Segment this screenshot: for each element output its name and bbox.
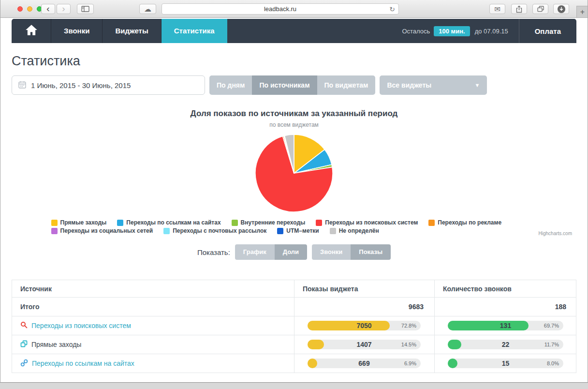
calls-percent: 69.7%: [544, 321, 559, 330]
payment-button[interactable]: Оплата: [519, 19, 576, 43]
search-icon: [20, 321, 28, 330]
highcharts-watermark: Highcharts.com: [539, 231, 572, 236]
balance-info: Осталось 100 мин. до 07.09.15 Оплата: [402, 19, 576, 43]
site-navbar: ЗвонкиВиджетыСтатистика Осталось 100 мин…: [12, 19, 576, 43]
legend-swatch-icon: [330, 228, 336, 234]
minimize-window-button[interactable]: [27, 6, 32, 12]
legend-item[interactable]: Внутренние переходы: [232, 219, 306, 226]
forward-icon: ›: [62, 4, 65, 13]
legend-item[interactable]: Переходы с почтовых рассылок: [163, 227, 266, 234]
table-row: Прямые заходы 1407 14.5% 22 11.7%: [12, 335, 576, 354]
view-tab[interactable]: По дням: [209, 75, 252, 95]
legend-item[interactable]: UTM–метки: [277, 227, 319, 234]
share-button[interactable]: [511, 4, 527, 14]
legend-item[interactable]: Переходы по рекламе: [428, 219, 501, 226]
remaining-label: Осталось: [402, 28, 430, 35]
icloud-tabs-button[interactable]: ☁: [139, 4, 156, 14]
share-icon: [516, 5, 522, 13]
shows-bar: 7050 72.8%: [308, 321, 421, 330]
source-name[interactable]: Переходы из поисковых систем: [31, 322, 131, 329]
until-date: до 07.09.15: [475, 28, 508, 35]
widget-select[interactable]: Все виджеты ▼: [380, 75, 487, 95]
address-bar[interactable]: leadback.ru ↻: [162, 3, 399, 15]
toggle-option[interactable]: Доли: [275, 244, 307, 260]
shows-percent: 72.8%: [401, 321, 416, 330]
toggle-option[interactable]: Звонки: [312, 244, 351, 260]
source-name[interactable]: Переходы по ссылкам на сайтах: [32, 359, 134, 367]
legend-swatch-icon: [163, 228, 170, 234]
chart-legend: Прямые заходыПереходы по ссылкам на сайт…: [51, 219, 537, 234]
widget-select-value: Все виджеты: [387, 81, 431, 89]
close-window-button[interactable]: [17, 6, 23, 12]
calls-bar-cell: 22 11.7%: [434, 335, 577, 354]
view-tab[interactable]: По источникам: [252, 75, 317, 95]
mail-button[interactable]: ✉: [489, 4, 505, 14]
legend-label: Прямые заходы: [60, 219, 107, 226]
shows-value: 669: [308, 359, 421, 368]
legend-item[interactable]: Прямые заходы: [51, 219, 107, 226]
view-tab[interactable]: По виджетам: [317, 75, 376, 95]
chart-title: Доля показов по источникам за указанный …: [12, 109, 576, 119]
legend-label: Внутренние переходы: [241, 219, 306, 226]
browser-window: ‹ › ☁ leadback.ru ↻ ✉ +: [0, 0, 588, 383]
link-icon: [20, 359, 28, 368]
legend-label: Не определён: [339, 227, 379, 234]
page-title: Статистика: [12, 53, 576, 69]
legend-label: Переходы по рекламе: [438, 219, 501, 226]
home-icon: [25, 24, 38, 38]
plus-icon: +: [580, 8, 585, 16]
date-range-picker[interactable]: 1 Июнь, 2015 - 30 Июнь, 2015: [12, 75, 205, 95]
display-controls: Показать: ГрафикДолиЗвонкиПоказы: [12, 244, 576, 260]
cloud-icon: ☁: [144, 5, 151, 14]
forward-button[interactable]: ›: [57, 4, 71, 14]
legend-item[interactable]: Переходы по ссылкам на сайтах: [117, 219, 220, 226]
downloads-button[interactable]: [553, 4, 569, 14]
legend-item[interactable]: Переходы из социальных сетей: [51, 227, 153, 234]
chart-subtitle: по всем виджетам: [12, 121, 576, 128]
calls-bar: 22 11.7%: [448, 340, 563, 349]
date-range-value: 1 Июнь, 2015 - 30 Июнь, 2015: [31, 81, 131, 90]
back-icon: ‹: [46, 4, 49, 13]
source-cell[interactable]: Переходы по ссылкам на сайтах: [12, 354, 294, 373]
new-tab-button[interactable]: +: [576, 6, 588, 18]
legend-swatch-icon: [51, 220, 58, 226]
nav-item[interactable]: Звонки: [51, 19, 103, 43]
calls-bar-cell: 131 69.7%: [434, 316, 577, 335]
legend-label: Переходы из социальных сетей: [60, 227, 153, 234]
calls-percent: 8.0%: [547, 359, 559, 368]
calls-value: 15: [448, 359, 563, 368]
toggle-option[interactable]: График: [235, 244, 275, 260]
source-cell[interactable]: Переходы из поисковых систем: [12, 316, 294, 335]
legend-item[interactable]: Не определён: [330, 227, 379, 234]
navbar-items: ЗвонкиВиджетыСтатистика: [51, 19, 227, 43]
legend-label: Переходы из поисковых систем: [325, 219, 418, 226]
shows-percent: 14.5%: [401, 340, 416, 349]
table-body: Переходы из поисковых систем 7050 72.8% …: [12, 316, 576, 373]
legend-label: Переходы по ссылкам на сайтах: [126, 219, 220, 226]
shows-bar: 1407 14.5%: [308, 340, 421, 349]
source-name: Прямые заходы: [31, 341, 81, 348]
web-page: ЗвонкиВиджетыСтатистика Осталось 100 мин…: [0, 18, 588, 383]
toggle-group: ЗвонкиПоказы: [312, 244, 391, 260]
nav-item[interactable]: Статистика: [162, 19, 227, 43]
reload-icon[interactable]: ↻: [389, 5, 395, 13]
download-icon: [557, 5, 566, 14]
calls-bar-cell: 15 8.0%: [434, 354, 577, 373]
nav-item[interactable]: Виджеты: [103, 19, 161, 43]
table-row: Переходы из поисковых систем 7050 72.8% …: [12, 316, 576, 335]
home-button[interactable]: [12, 19, 51, 43]
desktop: ‹ › ☁ leadback.ru ↻ ✉ +: [0, 0, 588, 389]
legend-swatch-icon: [428, 220, 435, 226]
calls-bar: 131 69.7%: [448, 321, 563, 330]
chevron-down-icon: ▼: [475, 82, 480, 88]
sources-table: Источник Показы виджета Количество звонк…: [12, 280, 576, 373]
sidebar-button[interactable]: [77, 4, 94, 14]
col-header-source: Источник: [12, 280, 294, 297]
table-header-row: Источник Показы виджета Количество звонк…: [12, 280, 576, 297]
back-button[interactable]: ‹: [41, 4, 55, 14]
view-tabs: По днямПо источникамПо виджетам: [209, 75, 375, 95]
tabs-icon: [537, 6, 544, 12]
toggle-option[interactable]: Показы: [351, 244, 391, 260]
legend-item[interactable]: Переходы из поисковых систем: [316, 219, 418, 226]
show-all-tabs-button[interactable]: [532, 4, 548, 14]
